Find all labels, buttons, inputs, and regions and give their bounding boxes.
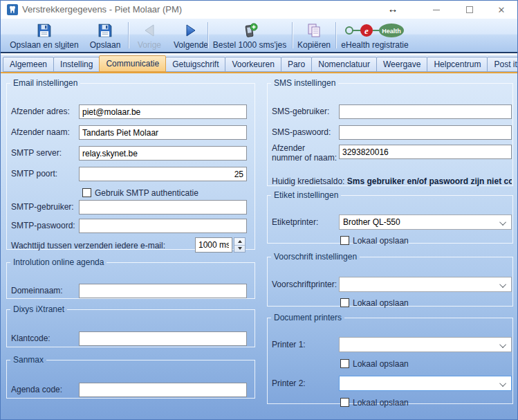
- group-title: Dixys iXtranet: [10, 304, 67, 314]
- communicatie-panel: Email instellingen Afzender adres: Afzen…: [1, 73, 517, 420]
- tab-communicatie[interactable]: Communicatie: [99, 55, 166, 72]
- etiketprinter-dropdown[interactable]: Brother QL-550: [339, 214, 512, 230]
- group-voorschrift-instellingen: Voorschrift instellingen Voorschriftprin…: [267, 252, 513, 307]
- smtp-auth-label[interactable]: Gebruik SMTP authenticatie: [95, 188, 198, 198]
- group-introlution: Introlution online agenda Domeinnaam:: [6, 257, 255, 299]
- next-label: Volgende: [174, 40, 208, 51]
- copy-icon: [306, 21, 322, 40]
- domeinnaam-label: Domeinnaam:: [11, 286, 63, 295]
- close-button[interactable]: ✕: [491, 1, 512, 19]
- klantcode-field[interactable]: [79, 331, 247, 346]
- previous-button[interactable]: Vorige: [131, 20, 167, 51]
- afzender-nummer-label: Afzender nummer of naam:: [272, 143, 337, 163]
- etiketprinter-label: Etiketprinter:: [272, 217, 318, 227]
- group-title: Etiket instellingen: [271, 190, 341, 200]
- tab-weergave[interactable]: Weergave: [376, 57, 427, 72]
- agenda-code-field[interactable]: [79, 383, 247, 397]
- klantcode-label: Klantcode:: [11, 334, 50, 343]
- group-sms-instellingen: SMS instellingen SMS-gebruiker: SMS-pasw…: [267, 78, 513, 186]
- printer2-dropdown[interactable]: [339, 376, 512, 391]
- etiket-lokaal-opslaan-checkbox[interactable]: [340, 236, 349, 245]
- group-title: Document printers: [271, 313, 344, 322]
- tooth-app-icon: [7, 4, 18, 15]
- phone-plus-icon: [241, 21, 258, 40]
- chevron-down-icon: [499, 380, 506, 387]
- group-title: SMS instellingen: [271, 78, 338, 88]
- group-title: Introlution online agenda: [10, 257, 107, 267]
- maximize-button[interactable]: [459, 1, 480, 19]
- chevron-down-icon: [499, 219, 506, 226]
- order-sms-button[interactable]: Bestel 1000 sms'jes: [210, 20, 289, 51]
- group-title: Sanmax: [10, 355, 46, 365]
- tab-instelling[interactable]: Instelling: [53, 57, 100, 72]
- wachttijd-field[interactable]: [195, 237, 232, 253]
- printer2-lokaal-opslaan-label[interactable]: Lokaal opslaan: [353, 398, 409, 408]
- afzender-nummer-field[interactable]: [339, 145, 512, 159]
- afzender-naam-field[interactable]: [79, 125, 247, 140]
- group-title: Email instellingen: [10, 78, 80, 88]
- smtp-server-field[interactable]: [79, 146, 247, 161]
- agenda-code-label: Agenda code:: [11, 385, 62, 394]
- etiket-lokaal-opslaan-label[interactable]: Lokaal opslaan: [353, 236, 409, 246]
- printer2-lokaal-opslaan-checkbox[interactable]: [340, 398, 349, 407]
- window-title: Verstrekkergegevens - Piet Molaar (PM): [22, 4, 182, 15]
- tab-post-it[interactable]: Post it: [487, 57, 518, 72]
- smtp-server-label: SMTP server:: [11, 148, 62, 158]
- group-document-printers: Document printers Printer 1: Lokaal opsl…: [267, 313, 513, 404]
- minimize-button[interactable]: [426, 1, 447, 19]
- spin-up-button[interactable]: [234, 238, 245, 245]
- title-bar[interactable]: Verstrekkergegevens - Piet Molaar (PM) ↔…: [1, 1, 517, 19]
- order-sms-label: Bestel 1000 sms'jes: [213, 40, 286, 51]
- next-button[interactable]: Volgende: [169, 20, 213, 51]
- tab-algemeen[interactable]: Algemeen: [3, 57, 54, 72]
- close-icon: ✕: [498, 5, 506, 15]
- smtp-poort-field[interactable]: [79, 167, 247, 181]
- minimize-icon: [433, 10, 440, 10]
- sms-gebruiker-label: SMS-gebruiker:: [272, 107, 329, 116]
- maximize-icon: [466, 6, 473, 13]
- group-email-instellingen: Email instellingen Afzender adres: Afzen…: [6, 78, 255, 250]
- toolbar-separator: [335, 22, 336, 48]
- ehealth-registration-button[interactable]: e Health eHealth registratie: [338, 20, 411, 51]
- printer1-lokaal-opslaan-checkbox[interactable]: [340, 359, 349, 368]
- copy-button[interactable]: Kopiëren: [295, 20, 333, 51]
- tab-voorkeuren[interactable]: Voorkeuren: [225, 57, 281, 72]
- voorschriftprinter-dropdown[interactable]: [339, 277, 512, 292]
- domeinnaam-field[interactable]: [79, 284, 247, 298]
- printer1-dropdown[interactable]: [339, 337, 512, 352]
- toolbar: Opslaan en sluiten Opslaan Vorige Volgen…: [1, 19, 517, 53]
- group-etiket-instellingen: Etiket instellingen Etiketprinter: Broth…: [267, 190, 513, 244]
- chevron-down-icon: [499, 341, 506, 348]
- spin-up-icon: [238, 240, 242, 243]
- afzender-adres-label: Afzender adres:: [11, 107, 70, 116]
- sms-paswoord-field[interactable]: [339, 125, 512, 140]
- wachttijd-spinner: [234, 237, 246, 253]
- save-and-close-button[interactable]: Opslaan en sluiten: [5, 20, 84, 51]
- sms-gebruiker-field[interactable]: [339, 104, 512, 119]
- tab-nomenclatuur[interactable]: Nomenclatuur: [311, 57, 377, 72]
- tab-paro[interactable]: Paro: [281, 57, 312, 72]
- svg-text:Health: Health: [382, 28, 401, 35]
- save-button[interactable]: Opslaan: [85, 20, 125, 51]
- tab-getuigschrift[interactable]: Getuigschrift: [165, 57, 225, 72]
- voorschrift-lokaal-opslaan-label[interactable]: Lokaal opslaan: [353, 298, 409, 308]
- tab-helpcentrum[interactable]: Helpcentrum: [427, 57, 488, 72]
- printer2-label: Printer 2:: [272, 378, 306, 388]
- smtp-paswoord-field[interactable]: [79, 219, 247, 233]
- printer1-lokaal-opslaan-label[interactable]: Lokaal opslaan: [353, 359, 409, 369]
- smtp-auth-checkbox[interactable]: [82, 188, 91, 197]
- spin-down-icon: [238, 247, 242, 250]
- spin-down-button[interactable]: [234, 245, 245, 253]
- etiketprinter-value: Brother QL-550: [343, 217, 400, 227]
- smtp-paswoord-label: SMTP-paswoord:: [11, 221, 75, 230]
- afzender-naam-label: Afzender naam:: [11, 127, 70, 137]
- afzender-adres-field[interactable]: [79, 104, 247, 119]
- ehealth-label: eHealth registratie: [341, 40, 408, 51]
- smtp-poort-label: SMTP poort:: [11, 169, 57, 179]
- smtp-gebruiker-field[interactable]: [79, 200, 247, 214]
- smtp-gebruiker-label: SMTP-gebruiker:: [11, 202, 74, 212]
- resize-cursor-icon: ↔: [385, 3, 400, 15]
- voorschrift-lokaal-opslaan-checkbox[interactable]: [340, 298, 349, 307]
- toolbar-separator: [128, 22, 129, 48]
- window-verstrekkergegevens: Verstrekkergegevens - Piet Molaar (PM) ↔…: [0, 0, 518, 420]
